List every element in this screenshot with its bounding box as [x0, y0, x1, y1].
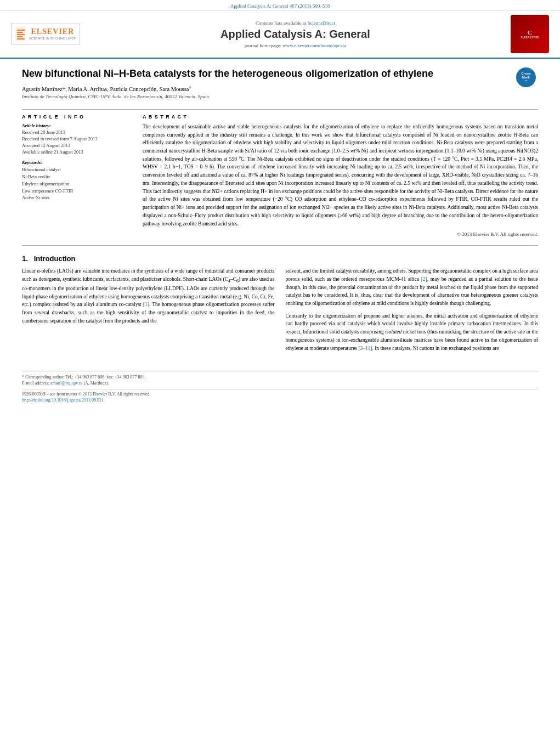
article-title-section: New bifunctional Ni–H-Beta catalysts for…	[22, 67, 538, 104]
ref-1[interactable]: [1]	[143, 302, 149, 307]
article-history: Article history: Received 28 June 2013 R…	[22, 123, 132, 156]
email-label: E-mail address:	[22, 381, 49, 386]
intro-two-col: Linear α-olefins (LAOs) are valuable int…	[22, 267, 538, 357]
divider-1	[22, 109, 538, 110]
introduction-section: 1. Introduction Linear α-olefins (LAOs) …	[22, 254, 538, 357]
keywords-label: Keywords:	[22, 160, 132, 165]
crossmark-circle: Cross Mark ™	[516, 67, 536, 87]
intro-title: 1. Introduction	[22, 254, 538, 263]
svg-rect-3	[17, 34, 25, 35]
page-footer: * Corresponding author. Tel.: +34 963 87…	[22, 371, 538, 403]
article-title: New bifunctional Ni–H-Beta catalysts for…	[22, 67, 511, 80]
contents-line: Contents lists available at ScienceDirec…	[80, 20, 511, 26]
article-title-text: New bifunctional Ni–H-Beta catalysts for…	[22, 67, 511, 99]
svg-text:Mark: Mark	[522, 76, 530, 79]
svg-rect-1	[17, 30, 25, 31]
ref-3-11[interactable]: [3–11]	[358, 346, 372, 351]
corresponding-author-note: * Corresponding author. Tel.: +34 963 87…	[22, 375, 538, 380]
keyword-5: Active Ni sites	[22, 194, 132, 201]
doi-line: http://dx.doi.org/10.1016/j.apcata.2013.…	[22, 398, 538, 403]
elsevier-icon	[15, 26, 27, 42]
email-line: E-mail address: amarti@itq.upv.es (A. Ma…	[22, 381, 538, 386]
crossmark-icon: Cross Mark ™	[518, 69, 534, 86]
abstract-text: The development of sustainable active an…	[143, 123, 538, 239]
rights-statement: © 2013 Elsevier B.V. All rights reserved…	[143, 231, 538, 239]
ref-2[interactable]: [2]	[421, 276, 427, 282]
keywords-section: Keywords: Bifunctional catalyst Ni-Beta …	[22, 160, 132, 201]
accepted-date: Accepted 12 August 2013	[22, 143, 132, 149]
revised-date: Received in revised form 7 August 2013	[22, 136, 132, 143]
homepage-line: journal homepage: www.elsevier.com/locat…	[80, 43, 511, 48]
journal-top-bar: Applied Catalysis A: General 467 (2013) …	[0, 0, 560, 10]
crossmark: Cross Mark ™	[516, 67, 538, 89]
author-email[interactable]: amarti@itq.upv.es	[50, 381, 82, 386]
left-column: A R T I C L E I N F O Article history: R…	[22, 114, 132, 239]
authors: Agustín Martínez*, Maria A. Arribas, Pat…	[22, 84, 511, 92]
elsevier-sub: SCIENCE & TECHNOLOGY	[29, 36, 76, 41]
intro-paragraph-3: Contrarily to the oligomerization of pro…	[286, 312, 539, 353]
keyword-4: Low temperature CO-FTIR	[22, 188, 132, 195]
svg-rect-2	[17, 32, 22, 33]
intro-right-col: solvent, and the limited catalyst reusab…	[286, 267, 539, 357]
history-label: Article history:	[22, 123, 132, 128]
journal-header: ELSEVIER SCIENCE & TECHNOLOGY Contents l…	[0, 10, 560, 59]
journal-reference: Applied Catalysis A: General 467 (2013) …	[230, 3, 330, 9]
journal-main-title: Applied Catalysis A: General	[80, 28, 511, 41]
intro-left-col: Linear α-olefins (LAOs) are valuable int…	[22, 267, 275, 357]
article-body: New bifunctional Ni–H-Beta catalysts for…	[0, 59, 560, 365]
issn-line: 0926-860X/$ – see front matter © 2013 El…	[22, 392, 538, 397]
right-column: A B S T R A C T The development of susta…	[143, 114, 538, 239]
abstract-content: The development of sustainable active an…	[143, 123, 538, 228]
doi-link[interactable]: http://dx.doi.org/10.1016/j.apcata.2013.…	[22, 398, 104, 403]
elsevier-brand-text: ELSEVIER	[29, 27, 76, 36]
keyword-1: Bifunctional catalyst	[22, 166, 132, 173]
available-date: Available online 21 August 2013	[22, 149, 132, 156]
elsevier-logo-box: ELSEVIER SCIENCE & TECHNOLOGY	[11, 24, 80, 44]
keyword-2: Ni-Beta zeolite	[22, 173, 132, 180]
svg-rect-4	[17, 36, 22, 37]
received-date: Received 28 June 2013	[22, 129, 132, 136]
svg-text:Cross: Cross	[521, 72, 531, 75]
sciencedirect-link[interactable]: ScienceDirect	[307, 20, 335, 26]
divider-2	[22, 245, 538, 246]
catalysis-logo: C CATALYSIS	[511, 15, 549, 53]
journal-title-center: Contents lists available at ScienceDirec…	[80, 20, 511, 48]
article-info-heading: A R T I C L E I N F O	[22, 114, 132, 120]
two-col-layout: A R T I C L E I N F O Article history: R…	[22, 114, 538, 239]
homepage-link[interactable]: www.elsevier.com/locate/apcata	[282, 43, 346, 48]
intro-paragraph-1: Linear α-olefins (LAOs) are valuable int…	[22, 267, 275, 325]
keyword-3: Ethylene oligomerization	[22, 180, 132, 188]
intro-paragraph-2: solvent, and the limited catalyst reusab…	[286, 267, 539, 308]
svg-text:™: ™	[525, 80, 528, 83]
author-names: Agustín Martínez*, Maria A. Arribas, Pat…	[22, 86, 189, 92]
abstract-heading: A B S T R A C T	[143, 114, 538, 120]
affiliation: Instituto de Tecnología Química, CSIC-UP…	[22, 94, 511, 99]
email-suffix: (A. Martínez).	[83, 381, 109, 386]
svg-rect-5	[17, 38, 25, 39]
